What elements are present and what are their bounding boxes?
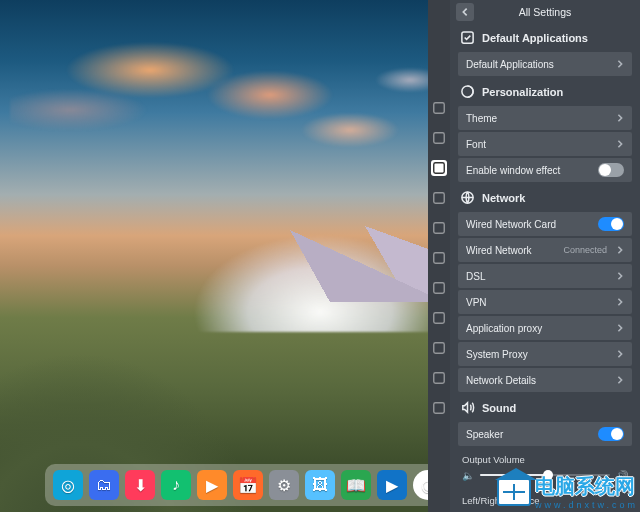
chevron-right-icon — [616, 271, 624, 282]
grid-icon[interactable] — [431, 160, 447, 176]
settings-header: All Settings — [450, 0, 640, 24]
row-default-applications[interactable]: Default Applications — [458, 52, 632, 76]
row-wired-network[interactable]: Wired Network Connected — [458, 238, 632, 262]
svg-rect-6 — [434, 283, 445, 294]
row-speaker[interactable]: Speaker — [458, 422, 632, 446]
back-button[interactable] — [456, 3, 474, 21]
volume-low-icon: 🔈 — [462, 470, 474, 481]
settings-category-strip — [428, 0, 450, 512]
dock-store[interactable]: ⬇ — [125, 470, 155, 500]
chevron-right-icon — [616, 245, 624, 256]
language-icon[interactable] — [431, 370, 447, 386]
house-icon — [497, 478, 531, 506]
section-default-apps: Default Applications — [450, 24, 640, 50]
settings-panel: All Settings Default Applications Defaul… — [450, 0, 640, 512]
svg-rect-3 — [434, 193, 445, 204]
dock-music[interactable]: ♪ — [161, 470, 191, 500]
speaker-icon — [460, 400, 475, 415]
checkbox-icon — [460, 30, 475, 45]
svg-rect-0 — [434, 103, 445, 114]
chevron-right-icon — [616, 297, 624, 308]
brush-icon — [460, 84, 475, 99]
svg-rect-5 — [434, 253, 445, 264]
section-network: Network — [450, 184, 640, 210]
info-icon[interactable] — [431, 400, 447, 416]
row-system-proxy[interactable]: System Proxy — [458, 342, 632, 366]
svg-rect-9 — [434, 373, 445, 384]
chevron-right-icon — [616, 349, 624, 360]
dock-reader[interactable]: 📖 — [341, 470, 371, 500]
network-icon — [460, 190, 475, 205]
clock-icon[interactable] — [431, 280, 447, 296]
chevron-right-icon — [616, 113, 624, 124]
row-vpn[interactable]: VPN — [458, 290, 632, 314]
svg-rect-1 — [434, 133, 445, 144]
section-sound: Sound — [450, 394, 640, 420]
wired-card-toggle[interactable] — [598, 217, 624, 231]
dock-player[interactable]: ▶ — [377, 470, 407, 500]
row-app-proxy[interactable]: Application proxy — [458, 316, 632, 340]
user-icon[interactable] — [431, 100, 447, 116]
row-network-details[interactable]: Network Details — [458, 368, 632, 392]
brush-icon[interactable] — [431, 190, 447, 206]
chevron-right-icon — [616, 375, 624, 386]
mouse-icon[interactable] — [431, 310, 447, 326]
row-dsl[interactable]: DSL — [458, 264, 632, 288]
section-personalization: Personalization — [450, 78, 640, 104]
chevron-right-icon — [616, 59, 624, 70]
monitor-icon[interactable] — [431, 130, 447, 146]
dock-settings[interactable]: ⚙ — [269, 470, 299, 500]
dock-calendar[interactable]: 📅 — [233, 470, 263, 500]
row-wired-card[interactable]: Wired Network Card — [458, 212, 632, 236]
row-font[interactable]: Font — [458, 132, 632, 156]
row-enable-window-effect[interactable]: Enable window effect — [458, 158, 632, 182]
dock-launcher[interactable]: ◎ — [53, 470, 83, 500]
speaker-toggle[interactable] — [598, 427, 624, 441]
network-icon[interactable] — [431, 220, 447, 236]
dock-album[interactable]: 🖼 — [305, 470, 335, 500]
svg-rect-7 — [434, 313, 445, 324]
row-theme[interactable]: Theme — [458, 106, 632, 130]
volume-icon[interactable] — [431, 250, 447, 266]
dock-video[interactable]: ▶ — [197, 470, 227, 500]
svg-rect-8 — [434, 343, 445, 354]
chevron-right-icon — [616, 139, 624, 150]
output-volume-label: Output Volume — [450, 448, 640, 467]
svg-rect-2 — [434, 163, 445, 174]
chevron-right-icon — [616, 323, 624, 334]
svg-rect-4 — [434, 223, 445, 234]
dock-files[interactable]: 🗂 — [89, 470, 119, 500]
keyboard-icon[interactable] — [431, 340, 447, 356]
svg-rect-10 — [434, 403, 445, 414]
settings-title: All Settings — [519, 6, 572, 18]
watermark: 电脑系统网 www.dnxtw.com — [497, 473, 638, 510]
wired-status: Connected — [563, 245, 607, 255]
window-effect-toggle[interactable] — [598, 163, 624, 177]
